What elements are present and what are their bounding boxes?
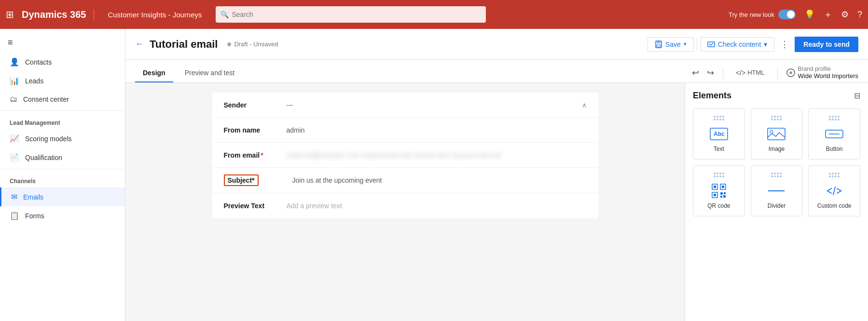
button-element-icon (825, 128, 843, 140)
custom-code-icon-wrap (824, 183, 845, 199)
element-qrcode[interactable]: QR code (693, 165, 745, 216)
sidebar-item-label: Forms (25, 212, 44, 220)
tab-separator (723, 67, 723, 79)
tabs-bar: Design Preview and test ↩ ↪ </> HTML Bra… (125, 60, 868, 83)
save-icon (655, 40, 662, 48)
back-button[interactable]: ← (135, 39, 144, 49)
sidebar-item-label: Leads (25, 77, 43, 85)
search-icon: 🔍 (220, 11, 229, 18)
svg-text:Abc: Abc (714, 131, 725, 137)
tab-design[interactable]: Design (135, 64, 173, 82)
subject-row: Subject* Join us at the upcoming event (212, 168, 598, 193)
section-header-lead-management: Lead Management (0, 113, 125, 129)
contacts-icon: 👤 (10, 57, 19, 67)
image-element-icon (767, 128, 785, 140)
qrcode-element-label: QR code (707, 202, 730, 209)
element-image[interactable]: Image (751, 108, 803, 160)
button-element-label: Button (826, 146, 843, 152)
content-area: ← Tutorial email Draft - Unsaved Save ▾ … (125, 29, 868, 321)
qrcode-dots (714, 173, 724, 177)
from-email-value[interactable]: redacted@example.com redacted blurred co… (287, 151, 587, 159)
settings-icon[interactable]: ⚙ (841, 9, 849, 20)
preview-text-value[interactable]: Add a preview text (287, 202, 587, 210)
search-wrap: 🔍 (216, 6, 486, 23)
html-button[interactable]: </> HTML (732, 67, 769, 79)
hamburger-icon[interactable]: ≡ (0, 33, 125, 53)
grid-icon[interactable]: ⊞ (6, 9, 14, 20)
elements-header: Elements ⊟ (693, 91, 860, 101)
custom-code-element-icon (827, 185, 842, 197)
from-name-row: From name admin (212, 118, 598, 143)
draft-dot (227, 42, 231, 46)
svg-rect-1 (657, 41, 661, 43)
sidebar-item-emails[interactable]: ✉ Emails (0, 187, 125, 206)
tab-preview[interactable]: Preview and test (177, 64, 243, 82)
divider-element-label: Divider (768, 202, 785, 209)
top-navigation: ⊞ Dynamics 365 Customer Insights - Journ… (0, 0, 868, 29)
sidebar-item-label: Contacts (25, 58, 52, 66)
draft-badge: Draft - Unsaved (227, 40, 278, 48)
custom-code-dots (829, 173, 840, 177)
collapse-icon[interactable]: ∧ (582, 101, 587, 109)
app-section: Customer Insights - Journeys (100, 11, 209, 19)
elements-panel: Elements ⊟ Abc (685, 83, 868, 321)
element-button[interactable]: Button (808, 108, 860, 160)
subject-value[interactable]: Join us at the upcoming event (292, 176, 587, 184)
divider-dots (771, 173, 782, 177)
sidebar-item-consent[interactable]: 🗂 Consent center (0, 90, 125, 108)
email-form-panel: Sender --- ∧ From name admin From email … (125, 83, 685, 321)
from-email-row: From email redacted@example.com redacted… (212, 143, 598, 168)
tab-right-actions: ↩ ↪ </> HTML Brand profile Wide World Im… (692, 66, 858, 82)
check-content-button[interactable]: Check content ▾ (700, 37, 775, 52)
sidebar-item-forms[interactable]: 📋 Forms (0, 206, 125, 225)
forms-icon: 📋 (10, 211, 19, 220)
svg-point-5 (789, 71, 792, 74)
email-form-card: Sender --- ∧ From name admin From email … (212, 93, 598, 218)
qualification-icon: 📄 (10, 153, 19, 162)
nav-right-actions: Try the new look 💡 ＋ ⚙ ? (729, 9, 862, 20)
ready-to-send-button[interactable]: Ready to send (795, 37, 858, 52)
image-dots (771, 116, 782, 120)
from-name-value[interactable]: admin (287, 126, 587, 134)
text-element-icon: Abc (710, 128, 728, 140)
brand-profile[interactable]: Brand profile Wide World Importers (786, 66, 858, 80)
sidebar-item-label: Emails (23, 193, 43, 201)
search-input[interactable] (216, 6, 486, 23)
help-icon[interactable]: ? (857, 10, 862, 20)
sidebar-item-scoring[interactable]: 📈 Scoring models (0, 129, 125, 148)
try-new-toggle[interactable] (778, 10, 796, 19)
element-divider[interactable]: Divider (751, 165, 803, 216)
save-chevron: ▾ (684, 41, 687, 47)
element-custom-code[interactable]: Custom code (808, 165, 860, 216)
sidebar-item-label: Qualification (25, 154, 62, 161)
svg-line-23 (833, 187, 835, 195)
check-chevron: ▾ (764, 40, 767, 48)
more-button[interactable]: ⋮ (776, 37, 793, 52)
button-dots (829, 116, 840, 120)
try-new-look: Try the new look (729, 10, 796, 19)
sidebar-item-leads[interactable]: 📊 Leads (0, 71, 125, 90)
redo-icon[interactable]: ↪ (707, 67, 714, 78)
leads-icon: 📊 (10, 76, 19, 85)
elements-view-icon[interactable]: ⊟ (854, 91, 860, 100)
svg-point-9 (770, 130, 773, 133)
app-brand: Dynamics 365 (22, 9, 94, 20)
html-brackets-icon: </> (736, 69, 745, 77)
lightbulb-icon[interactable]: 💡 (804, 9, 815, 20)
add-icon[interactable]: ＋ (824, 9, 832, 20)
sender-value[interactable]: --- (287, 101, 582, 109)
image-icon-wrap (766, 126, 787, 142)
sidebar-item-contacts[interactable]: 👤 Contacts (0, 53, 125, 71)
svg-rect-13 (714, 186, 716, 188)
svg-rect-8 (768, 128, 785, 140)
button-icon-wrap (824, 126, 845, 142)
sidebar-item-qualification[interactable]: 📄 Qualification (0, 148, 125, 167)
svg-rect-19 (724, 192, 726, 194)
svg-rect-21 (723, 195, 726, 198)
element-text[interactable]: Abc Text (693, 108, 745, 160)
undo-icon[interactable]: ↩ (692, 67, 699, 78)
save-button[interactable]: Save ▾ (648, 37, 694, 52)
divider-element-icon (767, 185, 785, 197)
main-layout: ≡ 👤 Contacts 📊 Leads 🗂 Consent center Le… (0, 29, 868, 321)
brand-profile-icon (786, 68, 795, 77)
